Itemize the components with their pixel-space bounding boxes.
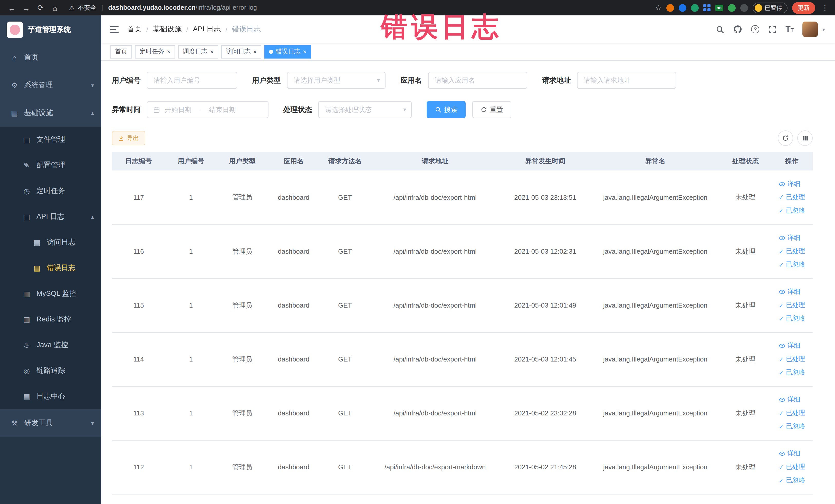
detail-link[interactable]: 详细 xyxy=(778,339,800,352)
cell-user-type: 管理员 xyxy=(217,170,268,224)
sidebar-item-mysql-monitor[interactable]: ▥ MySQL 监控 xyxy=(0,281,101,306)
extension-grid-icon[interactable] xyxy=(703,4,710,11)
active-dot-icon xyxy=(269,49,273,54)
sidebar-item-log-center[interactable]: ▤ 日志中心 xyxy=(0,384,101,409)
user-id-input[interactable] xyxy=(147,72,237,89)
search-button[interactable]: 搜索 xyxy=(427,101,466,118)
sidebar-item-scheduled-tasks[interactable]: ◷ 定时任务 xyxy=(0,178,101,204)
sidebar-item-system-management[interactable]: ⚙ 系统管理 ▾ xyxy=(0,72,101,99)
reset-button[interactable]: 重置 xyxy=(472,101,511,118)
mark-ignored-link[interactable]: ✓已忽略 xyxy=(778,312,805,325)
eye-icon xyxy=(778,181,785,187)
sidebar-item-error-log[interactable]: ▤ 错误日志 xyxy=(0,255,101,281)
sidebar-item-link-tracing[interactable]: ◎ 链路追踪 xyxy=(0,358,101,384)
user-type-select[interactable]: 请选择用户类型 ▾ xyxy=(287,72,386,89)
cell-url: /api/infra/db-doc/export-markdown xyxy=(371,440,500,494)
tab-scheduled-tasks[interactable]: 定时任务 × xyxy=(135,45,175,58)
request-url-input[interactable] xyxy=(577,72,676,89)
extension-leaf-icon[interactable] xyxy=(728,4,735,12)
browser-menu-icon[interactable]: ⋮ xyxy=(820,4,830,12)
avatar-caret-icon[interactable]: ▾ xyxy=(822,26,825,32)
breadcrumb-separator: / xyxy=(146,25,148,33)
sidebar-item-redis-monitor[interactable]: ▥ Redis 监控 xyxy=(0,306,101,332)
extension-green-icon[interactable] xyxy=(691,4,698,12)
app-logo: 芋道管理系统 xyxy=(0,15,101,44)
breadcrumb-home[interactable]: 首页 xyxy=(127,25,142,34)
browser-forward-icon[interactable]: → xyxy=(20,3,33,12)
hamburger-icon[interactable] xyxy=(110,26,119,33)
status-select[interactable]: 请选择处理状态 ▾ xyxy=(318,101,412,118)
sidebar-item-config-management[interactable]: ✎ 配置管理 xyxy=(0,153,101,178)
breadcrumb-current: 错误日志 xyxy=(232,25,261,34)
breadcrumb-api-logs[interactable]: API 日志 xyxy=(193,25,221,34)
mark-ignored-link[interactable]: ✓已忽略 xyxy=(778,204,805,218)
tab-access-log[interactable]: 访问日志 × xyxy=(221,45,261,58)
sidebar-item-java-monitor[interactable]: ♨ Java 监控 xyxy=(0,332,101,358)
tab-dispatch-log[interactable]: 调度日志 × xyxy=(178,45,218,58)
bookmark-star-icon[interactable]: ☆ xyxy=(655,4,661,12)
table-row: 116 1 管理员 dashboard GET /api/infra/db-do… xyxy=(112,224,813,278)
mark-ignored-link[interactable]: ✓已忽略 xyxy=(778,258,805,271)
extension-blue-icon[interactable] xyxy=(678,4,686,12)
browser-back-icon[interactable]: ← xyxy=(5,3,19,12)
date-range-picker[interactable]: 开始日期 - 结束日期 xyxy=(147,101,268,118)
eye-icon xyxy=(778,450,785,457)
sidebar-item-access-log[interactable]: ▤ 访问日志 xyxy=(0,229,101,255)
close-icon[interactable]: × xyxy=(167,48,170,55)
check-icon: ✓ xyxy=(778,423,784,430)
header-log-id: 日志编号 xyxy=(112,152,165,170)
detail-link[interactable]: 详细 xyxy=(778,447,800,460)
extension-on-badge[interactable]: on xyxy=(715,4,723,11)
close-icon[interactable]: × xyxy=(253,48,257,55)
mark-processed-link[interactable]: ✓已处理 xyxy=(778,245,805,258)
mark-ignored-link[interactable]: ✓已忽略 xyxy=(778,420,805,433)
sidebar-item-dev-tools[interactable]: ⚒ 研发工具 ▾ xyxy=(0,409,101,437)
breadcrumb: 首页 / 基础设施 / API 日志 / 错误日志 xyxy=(127,25,261,34)
cell-exception: java.lang.IllegalArgumentException xyxy=(591,332,720,386)
browser-home-icon[interactable]: ⌂ xyxy=(48,3,62,12)
detail-link[interactable]: 详细 xyxy=(778,285,800,299)
tab-error-log[interactable]: 错误日志 × xyxy=(264,45,311,58)
search-icon[interactable] xyxy=(716,25,725,34)
export-button[interactable]: 导出 xyxy=(112,131,145,145)
github-icon[interactable] xyxy=(733,25,742,34)
paused-label: 已暂停 xyxy=(765,4,782,12)
fullscreen-icon[interactable] xyxy=(768,25,777,34)
extensions-puzzle-icon[interactable] xyxy=(740,4,748,12)
sidebar-item-label: MySQL 监控 xyxy=(37,289,77,298)
browser-update-button[interactable]: 更新 xyxy=(792,2,815,14)
cell-url: /api/infra/db-doc/export-html xyxy=(371,278,500,332)
header-user-id: 用户编号 xyxy=(165,152,217,170)
help-icon[interactable]: ? xyxy=(751,25,759,33)
tools-icon: ⚒ xyxy=(10,419,19,427)
browser-reload-icon[interactable]: ⟳ xyxy=(34,3,47,12)
sidebar-item-infrastructure[interactable]: ▦ 基础设施 ▴ xyxy=(0,99,101,127)
cell-url: /api/infra/db-doc/export-html xyxy=(371,386,500,440)
address-bar[interactable]: ⚠ 不安全 | dashboard.yudao.iocoder.cn/infra… xyxy=(69,3,257,12)
column-settings-button[interactable] xyxy=(797,130,813,146)
refresh-table-button[interactable] xyxy=(778,130,793,146)
mark-processed-link[interactable]: ✓已处理 xyxy=(778,460,805,474)
select-placeholder: 请选择用户类型 xyxy=(294,76,340,85)
mark-ignored-link[interactable]: ✓已忽略 xyxy=(778,474,805,487)
user-avatar[interactable] xyxy=(802,22,818,37)
mark-processed-link[interactable]: ✓已处理 xyxy=(778,406,805,420)
detail-link[interactable]: 详细 xyxy=(778,231,800,245)
font-size-icon[interactable]: TT xyxy=(786,25,794,33)
sidebar-item-file-management[interactable]: ▤ 文件管理 xyxy=(0,127,101,153)
mark-processed-link[interactable]: ✓已处理 xyxy=(778,299,805,312)
detail-link[interactable]: 详细 xyxy=(778,393,800,406)
breadcrumb-infrastructure[interactable]: 基础设施 xyxy=(153,25,182,34)
profile-paused-chip[interactable]: 已暂停 xyxy=(752,2,788,13)
app-name-input[interactable] xyxy=(428,72,527,89)
mark-processed-link[interactable]: ✓已处理 xyxy=(778,191,805,204)
sidebar-item-home[interactable]: ⌂ 首页 xyxy=(0,44,101,72)
close-icon[interactable]: × xyxy=(210,48,213,55)
detail-link[interactable]: 详细 xyxy=(778,177,800,191)
mark-ignored-link[interactable]: ✓已忽略 xyxy=(778,366,805,379)
mark-processed-link[interactable]: ✓已处理 xyxy=(778,352,805,366)
close-icon[interactable]: × xyxy=(303,48,306,55)
extension-orange-icon[interactable] xyxy=(666,4,674,12)
sidebar-item-api-logs[interactable]: ▤ API 日志 ▴ xyxy=(0,204,101,229)
tab-home[interactable]: 首页 xyxy=(110,45,132,58)
